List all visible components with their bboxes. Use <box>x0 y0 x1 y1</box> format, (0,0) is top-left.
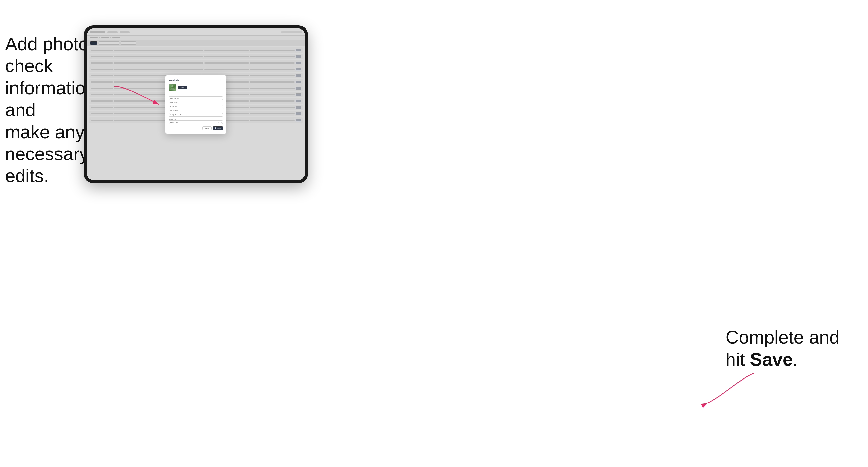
name-field-group: Name <box>169 93 223 100</box>
school-year-select-wrapper: Fourth Year × ⌄ <box>169 120 223 124</box>
annotation-right: Complete and hit Save. <box>725 326 848 370</box>
modal-footer: Cancel ⬆ Save <box>169 126 223 130</box>
name-label: Name <box>169 93 223 95</box>
tablet-frame: User details × Upload Name Display name <box>84 25 308 183</box>
select-clear-icon[interactable]: × <box>218 121 219 123</box>
upload-button[interactable]: Upload <box>178 86 187 89</box>
email-label: Email address <box>169 110 223 112</box>
save-icon: ⬆ <box>215 127 216 129</box>
tablet-screen: User details × Upload Name Display name <box>87 29 305 180</box>
email-input[interactable] <box>169 113 223 117</box>
close-button[interactable]: × <box>220 79 223 82</box>
user-details-modal: User details × Upload Name Display name <box>165 75 226 133</box>
display-name-input[interactable] <box>169 105 223 108</box>
modal-title-bar: User details × <box>169 79 223 82</box>
email-field-group: Email address <box>169 110 223 117</box>
name-input[interactable] <box>169 96 223 100</box>
modal-overlay: User details × Upload Name Display name <box>87 29 305 180</box>
chevron-down-icon[interactable]: ⌄ <box>221 121 222 123</box>
school-year-select[interactable]: Fourth Year <box>169 120 223 124</box>
modal-title: User details <box>169 79 179 81</box>
photo-thumbnail <box>169 84 176 91</box>
save-button[interactable]: ⬆ Save <box>213 126 223 130</box>
school-year-field-group: School Year Fourth Year × ⌄ <box>169 118 223 124</box>
display-name-label: Display name <box>169 101 223 103</box>
cancel-button[interactable]: Cancel <box>203 126 212 130</box>
display-name-field-group: Display name <box>169 101 223 108</box>
school-year-label: School Year <box>169 118 223 120</box>
photo-upload-row: Upload <box>169 84 223 91</box>
arrow-right <box>698 368 761 408</box>
